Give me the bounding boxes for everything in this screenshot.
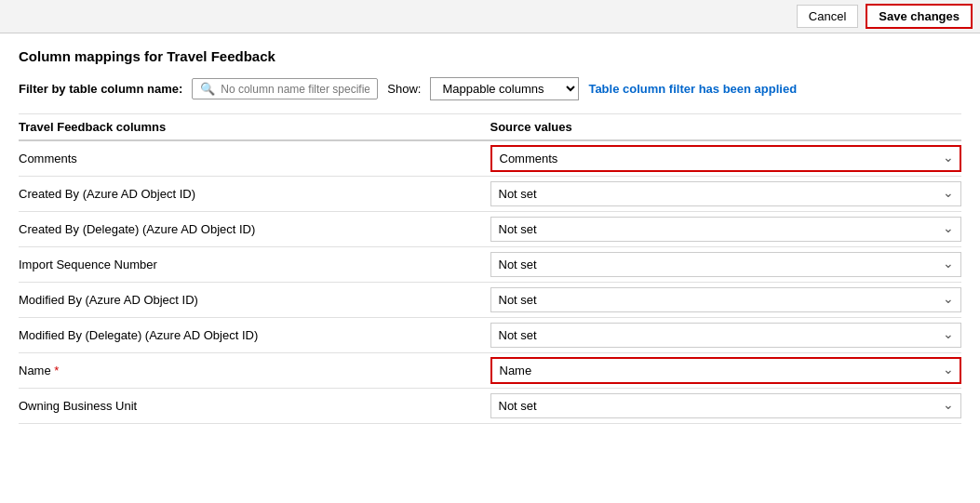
- select-wrapper: Not set: [490, 393, 962, 418]
- row-value: Not set: [490, 319, 962, 351]
- column-header-left: Travel Feedback columns: [19, 120, 490, 134]
- cancel-button[interactable]: Cancel: [797, 5, 858, 28]
- save-changes-button[interactable]: Save changes: [866, 4, 973, 29]
- row-value: Not set: [490, 213, 962, 245]
- row-label: Name *: [19, 358, 490, 383]
- row-value: Not set: [490, 390, 962, 422]
- page-title: Column mappings for Travel Feedback: [19, 48, 961, 64]
- row-value: Not set: [490, 248, 962, 281]
- source-value-select[interactable]: Not set: [490, 323, 962, 348]
- source-value-select[interactable]: Not set: [490, 252, 962, 277]
- table-row: Modified By (Delegate) (Azure AD Object …: [19, 318, 961, 353]
- show-select[interactable]: Mappable columns All columns: [430, 77, 579, 100]
- top-bar: Cancel Save changes: [0, 0, 980, 33]
- row-value: Name: [490, 353, 962, 388]
- table-row: Created By (Azure AD Object ID)Not set: [19, 177, 961, 212]
- table-body: CommentsCommentsCreated By (Azure AD Obj…: [19, 141, 961, 424]
- filter-applied-message: Table column filter has been applied: [588, 82, 797, 96]
- column-name-filter-input-wrapper[interactable]: 🔍: [192, 78, 378, 99]
- source-value-select[interactable]: Not set: [490, 217, 962, 242]
- filter-row: Filter by table column name: 🔍 Show: Map…: [19, 77, 961, 100]
- table-row: Owning Business UnitNot set: [19, 389, 961, 424]
- source-value-select[interactable]: Not set: [490, 287, 962, 312]
- table-header: Travel Feedback columns Source values: [19, 113, 961, 141]
- select-wrapper: Not set: [490, 217, 962, 242]
- table-row: Created By (Delegate) (Azure AD Object I…: [19, 212, 961, 247]
- row-value: Not set: [490, 284, 962, 316]
- source-value-select[interactable]: Name: [490, 357, 962, 384]
- row-value: Comments: [490, 141, 962, 176]
- row-value: Not set: [490, 178, 962, 210]
- show-label: Show:: [387, 82, 421, 96]
- select-wrapper: Not set: [490, 287, 962, 312]
- row-label: Created By (Azure AD Object ID): [19, 181, 490, 206]
- source-value-select[interactable]: Not set: [490, 393, 962, 418]
- source-value-select[interactable]: Not set: [490, 181, 962, 206]
- table-row: CommentsComments: [19, 141, 961, 177]
- row-label: Owning Business Unit: [19, 393, 490, 418]
- row-label: Modified By (Delegate) (Azure AD Object …: [19, 323, 490, 348]
- select-wrapper: Not set: [490, 323, 962, 348]
- column-header-right: Source values: [490, 120, 962, 134]
- filter-by-label: Filter by table column name:: [19, 82, 182, 96]
- table-row: Name *Name: [19, 353, 961, 389]
- row-label: Import Sequence Number: [19, 252, 490, 277]
- row-label: Modified By (Azure AD Object ID): [19, 287, 490, 312]
- select-wrapper: Not set: [490, 252, 962, 277]
- table-row: Modified By (Azure AD Object ID)Not set: [19, 283, 961, 318]
- source-value-select[interactable]: Comments: [490, 145, 962, 172]
- row-label: Comments: [19, 146, 490, 171]
- column-name-filter-input[interactable]: [221, 83, 369, 96]
- table-row: Import Sequence NumberNot set: [19, 247, 961, 283]
- select-wrapper: Comments: [490, 145, 962, 172]
- main-content: Column mappings for Travel Feedback Filt…: [0, 33, 980, 439]
- select-wrapper: Not set: [490, 181, 962, 206]
- select-wrapper: Name: [490, 357, 962, 384]
- required-indicator: *: [51, 364, 60, 377]
- row-label: Created By (Delegate) (Azure AD Object I…: [19, 217, 490, 242]
- search-icon: 🔍: [200, 82, 215, 96]
